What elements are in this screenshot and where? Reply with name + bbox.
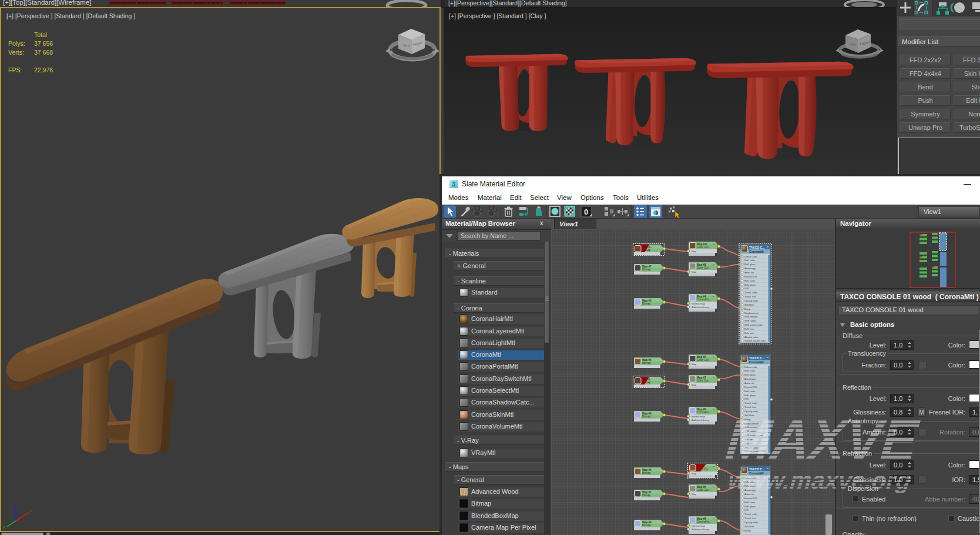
svg-text:Refl. gloss: Refl. gloss — [744, 394, 756, 397]
svg-text:Refl. env: Refl. env — [744, 327, 754, 330]
svg-text:Normal map: Normal map — [692, 302, 705, 305]
svg-text:Map #7: Map #7 — [642, 491, 652, 494]
svg-text:Map #5: Map #5 — [697, 486, 706, 489]
svg-text:Aniso rot: Aniso rot — [744, 382, 754, 384]
svg-text:Map #...: Map #... — [697, 465, 707, 468]
svg-text:Additional bump: Additional bump — [692, 306, 710, 309]
svg-text:Absorb. color: Absorb. color — [744, 336, 759, 339]
svg-text:Bitmap: Bitmap — [642, 268, 651, 271]
svg-text:Transl. frac: Transl. frac — [744, 295, 756, 298]
svg-text:CoronaNo...: CoronaNo... — [697, 411, 711, 414]
svg-text:=: = — [767, 356, 768, 359]
svg-text:Bitmap: Bitmap — [642, 381, 651, 384]
svg-text:Map #8: Map #8 — [697, 408, 706, 411]
svg-text:Color Cor...: Color Cor... — [697, 379, 710, 382]
svg-text:CoronaNo...: CoronaNo... — [697, 520, 711, 523]
svg-text:Map: Map — [692, 472, 697, 475]
svg-text:SSS scatter color: SSS scatter color — [744, 323, 763, 326]
svg-text:SSS amount: SSS amount — [744, 315, 758, 318]
svg-text:Refl. color: Refl. color — [744, 279, 756, 282]
svg-text:Refl. gloss: Refl. gloss — [744, 373, 756, 376]
svg-text:CoronaNo...: CoronaNo... — [697, 298, 711, 301]
svg-text:Refl. color: Refl. color — [744, 369, 756, 372]
svg-text:Fresnel IOR: Fresnel IOR — [744, 497, 757, 500]
svg-text:Transl. color: Transl. color — [744, 513, 758, 516]
svg-text:Anisotropy: Anisotropy — [744, 377, 756, 380]
svg-text:Transl. frac: Transl. frac — [744, 517, 756, 520]
svg-text:Refl. gloss: Refl. gloss — [744, 505, 756, 508]
svg-text:Refr. env: Refr. env — [744, 332, 754, 335]
svg-text:z: z — [14, 501, 16, 507]
svg-text:Refl. gloss: Refl. gloss — [744, 263, 756, 266]
svg-text:Refl. color: Refl. color — [744, 390, 756, 393]
svg-text:Map #6: Map #6 — [642, 469, 652, 472]
svg-text:Bitmap: Bitmap — [642, 249, 651, 252]
svg-text:Color Cor...: Color Cor... — [697, 266, 710, 269]
svg-text:TAXCO C...: TAXCO C... — [749, 246, 765, 249]
svg-text:Displacement: Displacement — [744, 312, 759, 315]
svg-text:SSS radius: SSS radius — [744, 319, 756, 322]
svg-text:Bitmap: Bitmap — [642, 524, 651, 527]
svg-text:Self-Illum: Self-Illum — [744, 303, 754, 306]
svg-text:Color Cor...: Color Cor... — [697, 359, 710, 362]
svg-text:Map #7: Map #7 — [697, 376, 706, 379]
svg-text:Map #...: Map #... — [642, 378, 652, 381]
svg-text:Color Cor...: Color Cor... — [697, 489, 710, 491]
svg-text:=: = — [767, 245, 768, 249]
svg-text:Additional bump: Additional bump — [692, 528, 710, 531]
svg-text:Map #8: Map #8 — [697, 263, 706, 266]
svg-text:Map: Map — [692, 270, 697, 273]
svg-text:Opacity color: Opacity color — [744, 521, 759, 524]
svg-text:CoronaMtl: CoronaMtl — [749, 250, 764, 253]
svg-text:Map #5: Map #5 — [642, 299, 652, 302]
svg-text:Additional bump: Additional bump — [692, 419, 710, 422]
svg-text:Fresnel IOR: Fresnel IOR — [744, 386, 757, 389]
svg-text:Map: Map — [692, 363, 697, 366]
svg-text:CoronaMtl: CoronaMtl — [749, 360, 764, 364]
svg-text:Map #9: Map #9 — [642, 521, 652, 524]
svg-text:Normal map: Normal map — [692, 415, 705, 418]
svg-text:Bitmap: Bitmap — [642, 415, 651, 418]
svg-text:Anisotropy: Anisotropy — [744, 267, 756, 270]
svg-text:Diffuse color: Diffuse color — [744, 366, 758, 369]
svg-text:Map #...: Map #... — [642, 246, 652, 249]
svg-text:Transl. color: Transl. color — [744, 402, 758, 404]
svg-text:x: x — [29, 508, 32, 513]
svg-text:Map #5: Map #5 — [697, 356, 706, 359]
svg-text:Map #6: Map #6 — [642, 359, 652, 362]
svg-text:Bitmap: Bitmap — [642, 362, 651, 365]
svg-text:IOR: IOR — [744, 287, 749, 290]
svg-text:Color Cor...: Color Cor... — [697, 468, 710, 471]
svg-text:0: 0 — [584, 208, 588, 216]
svg-text:Map #8: Map #8 — [697, 517, 706, 520]
svg-text:Map #27: Map #27 — [697, 243, 708, 246]
svg-text:Map: Map — [692, 250, 697, 253]
svg-text:Bitmap: Bitmap — [642, 302, 651, 305]
svg-text:Diffuse color: Diffuse color — [744, 255, 758, 258]
svg-text:Bump: Bump — [744, 529, 751, 532]
svg-text:Map: Map — [692, 383, 697, 386]
svg-text:Map: Map — [692, 493, 697, 496]
svg-text:y: y — [3, 524, 5, 529]
svg-text:Color Cor...: Color Cor... — [697, 246, 710, 249]
svg-text:Refl. gloss: Refl. gloss — [744, 283, 756, 286]
svg-text:Refl. color: Refl. color — [744, 259, 756, 262]
svg-text:Bitmap: Bitmap — [642, 472, 651, 474]
svg-text:IOR: IOR — [744, 397, 749, 400]
svg-text:Aniso rot: Aniso rot — [744, 271, 754, 274]
svg-text:Self-Illum: Self-Illum — [744, 525, 754, 528]
svg-text:Fresnel IOR: Fresnel IOR — [744, 275, 757, 278]
svg-text:Normal map: Normal map — [692, 524, 705, 527]
svg-text:Transl. frac: Transl. frac — [744, 406, 756, 409]
svg-text:Volume scatter color: Volume scatter color — [744, 339, 766, 342]
svg-text:Map #9: Map #9 — [642, 412, 652, 415]
svg-text:Map #4: Map #4 — [697, 295, 706, 298]
svg-text:IOR: IOR — [744, 509, 749, 511]
svg-text:Refl. color: Refl. color — [744, 501, 756, 504]
svg-text:Bitmap: Bitmap — [642, 494, 651, 497]
svg-text:TAXCO C...: TAXCO C... — [749, 356, 765, 360]
svg-text:Opacity color: Opacity color — [744, 299, 759, 302]
svg-text:Bump: Bump — [744, 307, 751, 310]
svg-text:Transl. color: Transl. color — [744, 291, 758, 294]
svg-text:Map #7: Map #7 — [642, 265, 652, 268]
